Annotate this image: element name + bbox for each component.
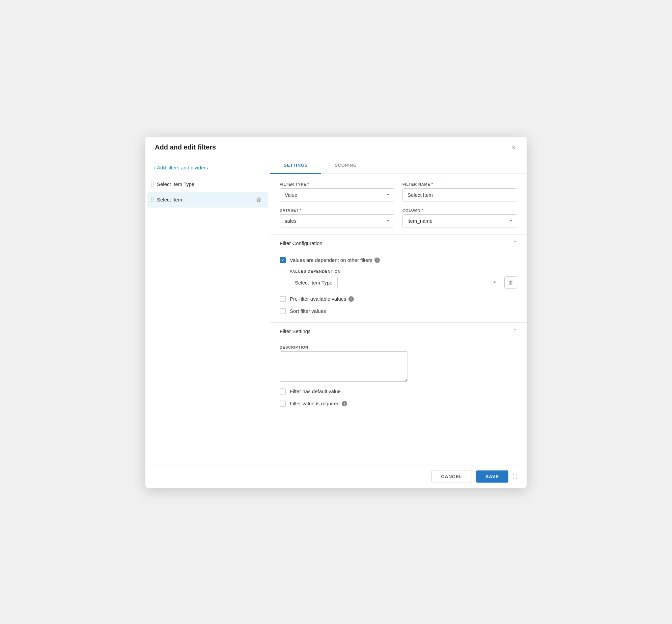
dependent-select-wrapper: Select Item Type — [290, 276, 501, 289]
column-label: COLUMN * — [402, 208, 517, 212]
sidebar: + Add filters and dividers Select Item T… — [145, 157, 270, 465]
sidebar-item-label-2: Select Item — [157, 197, 254, 203]
filter-configuration-title: Filter Configuration — [280, 240, 323, 246]
dependent-row: Select Item Type 🗑 — [290, 276, 517, 289]
sidebar-item-select-item-type[interactable]: Select Item Type 🗑 — [147, 177, 268, 192]
close-button[interactable]: × — [510, 143, 517, 152]
filter-settings-content: DESCRIPTION Filter has default value Fil… — [270, 340, 527, 415]
dataset-select-wrapper: sales orders customers — [280, 214, 394, 228]
required-checkbox-row: Filter value is required i — [280, 400, 517, 407]
required-checkbox[interactable] — [280, 400, 286, 407]
description-group: DESCRIPTION — [280, 345, 517, 382]
tab-bar: SETTINGS SCOPING — [270, 157, 527, 174]
dataset-label: DATASET * — [280, 208, 394, 212]
dependent-checkbox[interactable] — [280, 257, 286, 263]
modal-title: Add and edit filters — [155, 144, 216, 151]
expand-icon[interactable]: ⛶ — [512, 474, 517, 479]
required-info-icon[interactable]: i — [342, 401, 347, 406]
dependent-delete-button[interactable]: 🗑 — [504, 277, 517, 289]
add-filters-button[interactable]: + Add filters and dividers — [145, 165, 270, 177]
required-checkbox-label: Filter value is required i — [290, 400, 347, 406]
modal-footer: CANCEL SAVE ⛶ — [145, 465, 527, 488]
tab-settings[interactable]: SETTINGS — [270, 157, 321, 174]
description-textarea[interactable] — [280, 351, 408, 382]
filter-configuration-content: Values are dependent on other filters i … — [270, 252, 527, 322]
cancel-button[interactable]: CANCEL — [431, 470, 472, 483]
filter-configuration-header[interactable]: Filter Configuration ⌃ — [270, 235, 527, 252]
filter-type-label: FILTER TYPE * — [280, 182, 394, 186]
column-group: COLUMN * item_name category price — [402, 208, 517, 228]
filter-type-name-row: FILTER TYPE * Value Range Date Text — [280, 182, 517, 202]
modal-header: Add and edit filters × — [145, 137, 527, 157]
description-label: DESCRIPTION — [280, 345, 517, 349]
values-dependent-on-label: VALUES DEPENDENT ON — [290, 269, 517, 274]
filter-type-select-wrapper: Value Range Date Text — [280, 188, 394, 202]
filter-configuration-section: Filter Configuration ⌃ Values are depend… — [270, 235, 527, 322]
filter-settings-section: Filter Settings ⌃ DESCRIPTION Filter has… — [270, 322, 527, 415]
sort-checkbox[interactable] — [280, 308, 286, 314]
filter-basic-form: FILTER TYPE * Value Range Date Text — [270, 174, 527, 235]
dependent-section: VALUES DEPENDENT ON Select Item Type 🗑 — [290, 269, 517, 289]
dataset-select[interactable]: sales orders customers — [280, 214, 394, 228]
dataset-column-row: DATASET * sales orders customers — [280, 208, 517, 228]
drag-handle-2 — [151, 197, 154, 202]
prefilter-info-icon[interactable]: i — [348, 296, 354, 302]
modal-body: + Add filters and dividers Select Item T… — [145, 157, 527, 465]
filter-name-group: FILTER NAME * — [402, 182, 517, 202]
dependent-select[interactable]: Select Item Type — [290, 276, 338, 289]
filter-name-input[interactable] — [402, 188, 517, 202]
tab-scoping[interactable]: SCOPING — [321, 157, 370, 174]
filter-type-select[interactable]: Value Range Date Text — [280, 188, 394, 202]
prefilter-checkbox-label: Pre-filter available values i — [290, 296, 354, 302]
drag-handle-1 — [151, 182, 154, 187]
content-area: SETTINGS SCOPING FILTER TYPE * Value — [270, 157, 527, 465]
save-button[interactable]: SAVE — [476, 470, 508, 483]
add-edit-filters-modal: Add and edit filters × + Add filters and… — [145, 137, 527, 488]
sort-checkbox-label: Sort filter values — [290, 308, 326, 314]
filter-type-group: FILTER TYPE * Value Range Date Text — [280, 182, 394, 202]
filter-settings-chevron: ⌃ — [513, 328, 517, 334]
dependent-checkbox-label: Values are dependent on other filters i — [290, 257, 380, 263]
filter-settings-title: Filter Settings — [280, 328, 311, 334]
default-value-checkbox-row: Filter has default value — [280, 388, 517, 394]
default-value-checkbox[interactable] — [280, 388, 286, 394]
column-select[interactable]: item_name category price — [402, 214, 517, 228]
dependent-checkbox-row: Values are dependent on other filters i — [280, 257, 517, 263]
default-value-checkbox-label: Filter has default value — [290, 388, 341, 394]
column-required: * — [422, 208, 423, 212]
column-select-wrapper: item_name category price — [402, 214, 517, 228]
sort-checkbox-row: Sort filter values — [280, 308, 517, 314]
sidebar-item-select-item[interactable]: Select Item 🗑 — [147, 192, 268, 208]
dataset-required: * — [300, 208, 301, 212]
prefilter-checkbox-row: Pre-filter available values i — [280, 296, 517, 302]
filter-settings-header[interactable]: Filter Settings ⌃ — [270, 322, 527, 340]
filter-type-required: * — [307, 182, 309, 186]
filter-name-label: FILTER NAME * — [402, 182, 517, 186]
sidebar-item-label-1: Select Item Type — [157, 181, 254, 187]
dataset-group: DATASET * sales orders customers — [280, 208, 394, 228]
filter-configuration-chevron: ⌃ — [513, 240, 517, 246]
dependent-info-icon[interactable]: i — [374, 258, 380, 263]
prefilter-checkbox[interactable] — [280, 296, 286, 302]
delete-icon-2[interactable]: 🗑 — [257, 197, 262, 203]
filter-name-required: * — [431, 182, 433, 186]
